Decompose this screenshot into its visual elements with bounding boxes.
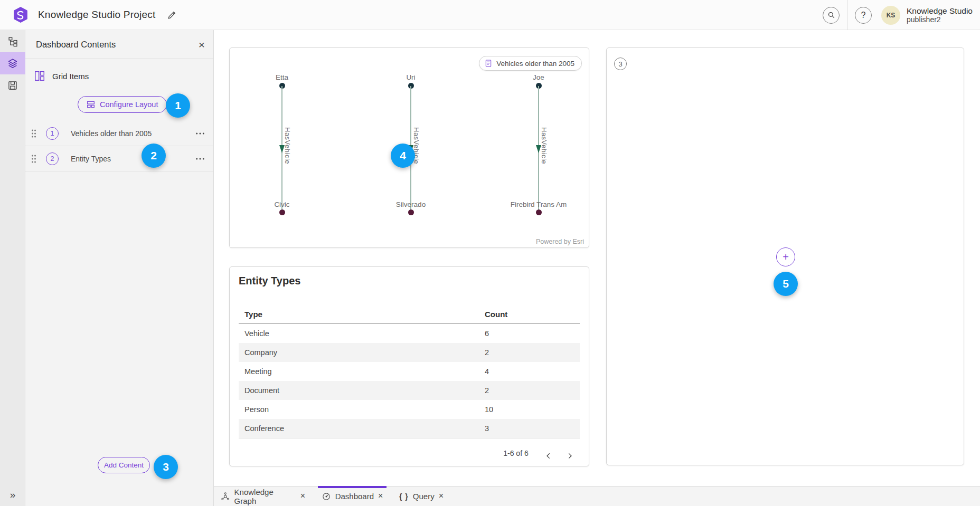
close-tab-button[interactable]: ×	[300, 492, 305, 501]
graph-node-label[interactable]: Uri	[369, 73, 453, 81]
left-rail: »	[0, 30, 25, 506]
close-tab-button[interactable]: ×	[439, 492, 444, 501]
graph-node-label[interactable]: Firebird Trans Am	[496, 201, 581, 208]
annotation-badge-5: 5	[774, 272, 798, 296]
graph-column: Joe HasVehicle Firebird Trans Am	[496, 48, 581, 247]
item-options-button[interactable]	[194, 152, 206, 165]
pagination-range: 1-6 of 6	[492, 449, 540, 457]
ellipsis-icon	[195, 132, 205, 135]
pagination-next-button[interactable]	[562, 448, 577, 463]
empty-grid-cell-card: 3 + 5	[606, 47, 964, 465]
annotation-badge-2: 2	[142, 144, 166, 168]
grid-items-icon	[34, 70, 45, 82]
close-tab-button[interactable]: ×	[378, 492, 383, 501]
tab-dashboard[interactable]: Dashboard ×	[319, 486, 385, 506]
edit-title-button[interactable]	[167, 10, 177, 20]
chevron-left-icon	[544, 452, 553, 460]
tab-knowledge-graph[interactable]: Knowledge Graph ×	[221, 486, 305, 506]
dashboard-contents-panel: Dashboard Contents × Grid Items Configur…	[25, 30, 214, 506]
column-header-type[interactable]: Type	[244, 310, 262, 319]
hierarchy-icon	[7, 36, 18, 47]
table-row[interactable]: Meeting 4	[239, 362, 580, 381]
save-icon	[7, 80, 18, 91]
annotation-badge-3: 3	[154, 455, 178, 479]
expand-panel-button[interactable]: »	[0, 489, 25, 501]
graph-node-vehicle[interactable]	[536, 209, 542, 215]
cell-count: 4	[485, 367, 489, 376]
list-item-entity-types[interactable]: 2 Entity Types	[25, 146, 213, 171]
cell-count: 6	[485, 329, 489, 338]
card-title: Entity Types	[239, 275, 300, 287]
graph-edge-label: HasVehicle	[284, 127, 291, 164]
table-row[interactable]: Company 2	[239, 343, 580, 362]
item-number-badge: 1	[46, 127, 59, 140]
tab-query[interactable]: { } Query ×	[395, 486, 448, 506]
table-row[interactable]: Conference 3	[239, 419, 580, 438]
cell-type: Person	[244, 405, 269, 414]
graph-node-label[interactable]: Etta	[240, 73, 324, 81]
cell-count: 2	[485, 348, 489, 357]
cell-count: 10	[485, 405, 493, 414]
graph-node-vehicle[interactable]	[408, 209, 414, 215]
entity-types-card[interactable]: Entity Types Type Count Vehicle 6 Compan…	[229, 266, 589, 466]
rail-item-save[interactable]	[0, 74, 25, 97]
help-icon: ?	[861, 11, 866, 20]
graph-node-label[interactable]: Civic	[240, 201, 324, 208]
ellipsis-icon	[195, 157, 205, 160]
header-actions: ? KS Knowledge Studio publisher2	[823, 0, 973, 30]
add-content-button[interactable]: Add Content	[98, 457, 150, 473]
graph-column: Etta HasVehicle Civic	[240, 48, 324, 247]
user-name: Knowledge Studio	[907, 6, 973, 16]
help-button[interactable]: ?	[855, 7, 872, 24]
add-widget-button[interactable]: +	[776, 247, 795, 266]
pencil-icon	[167, 10, 177, 20]
table-footer-divider	[239, 438, 580, 438]
app-logo-icon[interactable]	[13, 7, 29, 23]
chevron-right-icon	[566, 452, 574, 460]
filter-chip-label: Vehicles older than 2005	[496, 60, 574, 68]
graph-node-vehicle[interactable]	[279, 209, 285, 215]
search-button[interactable]	[823, 7, 840, 24]
list-item-label: Entity Types	[71, 155, 111, 163]
table-row[interactable]: Person 10	[239, 400, 580, 419]
rail-item-knowledge-graph[interactable]	[0, 30, 25, 52]
user-role: publisher2	[907, 15, 973, 24]
rail-item-dashboard-contents[interactable]	[0, 52, 25, 74]
configure-layout-label: Configure Layout	[100, 100, 158, 109]
drag-handle-icon[interactable]	[31, 129, 37, 138]
layout-icon	[87, 100, 95, 109]
table-header-row: Type Count	[239, 307, 580, 322]
item-options-button[interactable]	[194, 127, 206, 140]
table-row[interactable]: Document 2	[239, 381, 580, 400]
list-item-label: Vehicles older than 2005	[71, 129, 152, 138]
list-item-vehicles-older-than-2005[interactable]: 1 Vehicles older than 2005	[25, 121, 213, 146]
panel-header: Dashboard Contents ×	[25, 30, 213, 59]
avatar[interactable]: KS	[881, 6, 900, 25]
item-number-badge: 2	[46, 152, 59, 165]
graph-node-label[interactable]: Silverado	[369, 201, 453, 208]
curly-braces-icon: { }	[399, 492, 409, 501]
table-row[interactable]: Vehicle 6	[239, 324, 580, 343]
app-header: Knowledge Studio Project ? KS Knowledge …	[0, 0, 980, 30]
cell-type: Document	[244, 386, 279, 395]
grid-cell-number-badge: 3	[614, 58, 627, 70]
pagination-prev-button[interactable]	[541, 448, 556, 463]
close-panel-button[interactable]: ×	[199, 39, 205, 50]
cell-count: 3	[485, 424, 489, 433]
user-info[interactable]: Knowledge Studio publisher2	[907, 6, 973, 24]
annotation-badge-1: 1	[166, 93, 190, 118]
cell-type: Vehicle	[244, 329, 269, 338]
esri-attribution: Powered by Esri	[536, 238, 584, 245]
grid-items-label: Grid Items	[52, 72, 89, 81]
tab-label: Knowledge Graph	[234, 488, 296, 505]
dashboard-icon	[322, 492, 331, 501]
header-divider	[847, 0, 847, 30]
search-icon	[827, 11, 836, 20]
drag-handle-icon[interactable]	[31, 154, 37, 164]
graph-node-label[interactable]: Joe	[496, 73, 581, 81]
panel-title: Dashboard Contents	[36, 40, 116, 50]
tab-label: Dashboard	[335, 492, 374, 501]
filter-chip[interactable]: Vehicles older than 2005	[479, 56, 582, 71]
configure-layout-button[interactable]: Configure Layout	[78, 96, 167, 113]
column-header-count[interactable]: Count	[485, 310, 507, 319]
